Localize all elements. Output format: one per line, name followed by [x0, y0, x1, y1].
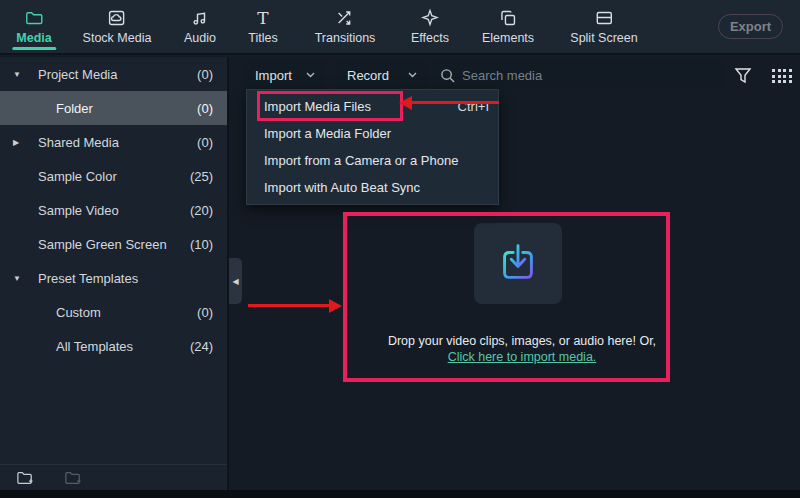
sidebar-collapse-handle[interactable]: ◀ [229, 258, 242, 304]
tab-label: Elements [482, 31, 534, 45]
tab-label: Titles [248, 31, 277, 45]
menu-item-label: Import with Auto Beat Sync [264, 180, 420, 195]
transitions-icon [335, 8, 355, 28]
sidebar-item-label: Project Media [38, 67, 117, 82]
tab-transitions[interactable]: Transitions [315, 0, 376, 55]
magic-star-icon [420, 8, 440, 28]
filmora-window: Media Stock Media Audio T Titles [0, 0, 800, 498]
sidebar-item-all-templates[interactable]: All Templates (24) [0, 329, 227, 363]
stock-media-icon [107, 8, 127, 28]
media-panel: Import Record ◀ Import Media Files [227, 57, 800, 490]
annotation-arrowhead-menu [399, 96, 412, 110]
menu-item-import-media-folder[interactable]: Import a Media Folder [247, 120, 498, 147]
record-dropdown-button[interactable]: Record [337, 61, 427, 89]
menu-item-import-auto-beat-sync[interactable]: Import with Auto Beat Sync [247, 174, 498, 201]
menu-item-label: Import from a Camera or a Phone [264, 153, 458, 168]
chevron-right-icon[interactable]: ▶ [13, 138, 19, 147]
sidebar-item-label: Sample Color [38, 169, 117, 184]
tab-label: Effects [411, 31, 449, 45]
titles-t-icon: T [257, 8, 268, 28]
sidebar-item-label: All Templates [56, 339, 133, 354]
top-navigation: Media Stock Media Audio T Titles [0, 0, 800, 55]
sidebar-item-count: (0) [197, 101, 213, 116]
chevron-down-icon [408, 72, 417, 78]
filter-funnel-icon[interactable] [734, 67, 752, 84]
sidebar-item-folder[interactable]: Folder (0) [0, 91, 227, 125]
sidebar-item-label: Shared Media [38, 135, 119, 150]
annotation-box-dropzone [343, 212, 670, 382]
tab-label: Audio [184, 31, 216, 45]
export-button[interactable]: Export [718, 14, 783, 39]
tab-label: Transitions [315, 31, 376, 45]
annotation-arrow-dropzone [248, 304, 329, 307]
sidebar-item-label: Preset Templates [38, 271, 138, 286]
menu-item-label: Import a Media Folder [264, 126, 391, 141]
record-button-label: Record [347, 68, 389, 83]
collapse-arrow-icon: ◀ [232, 277, 238, 286]
annotation-arrow-menu [412, 101, 499, 104]
tab-split-screen[interactable]: Split Screen [570, 0, 637, 55]
sidebar-item-project-media[interactable]: ▼ Project Media (0) [0, 57, 227, 91]
chevron-down-icon[interactable]: ▼ [13, 70, 21, 79]
grid-view-icon[interactable] [772, 69, 792, 83]
sidebar-item-count: (10) [190, 237, 213, 252]
sidebar-item-count: (0) [197, 305, 213, 320]
tab-titles[interactable]: T Titles [248, 0, 277, 55]
tab-label: Media [16, 31, 51, 45]
sidebar-item-shared-media[interactable]: ▶ Shared Media (0) [0, 125, 227, 159]
sidebar-item-count: (20) [190, 203, 213, 218]
import-dropdown-button[interactable]: Import [245, 61, 325, 89]
sidebar-item-count: (0) [197, 67, 213, 82]
tab-label: Split Screen [570, 31, 637, 45]
annotation-arrowhead-dropzone [329, 299, 342, 313]
search-icon [440, 68, 455, 83]
layers-icon [498, 8, 518, 28]
remove-folder-icon[interactable] [64, 470, 82, 486]
sidebar-item-label: Folder [56, 101, 93, 116]
add-folder-icon[interactable] [16, 470, 34, 486]
chevron-down-icon[interactable]: ▼ [13, 274, 21, 283]
chevron-down-icon [306, 72, 315, 78]
music-note-icon [190, 8, 210, 28]
menu-item-import-camera-phone[interactable]: Import from a Camera or a Phone [247, 147, 498, 174]
sidebar-item-sample-color[interactable]: Sample Color (25) [0, 159, 227, 193]
sidebar-item-count: (24) [190, 339, 213, 354]
sidebar-footer [0, 464, 227, 490]
search-box[interactable] [432, 61, 722, 89]
search-input[interactable] [462, 68, 692, 83]
annotation-box-import-media-files [257, 91, 403, 121]
sidebar-item-sample-video[interactable]: Sample Video (20) [0, 193, 227, 227]
sidebar-item-custom[interactable]: Custom (0) [0, 295, 227, 329]
media-library-sidebar: ▼ Project Media (0) Folder (0) ▶ Shared … [0, 57, 227, 490]
bottom-bar [0, 490, 800, 498]
sidebar-item-label: Sample Green Screen [38, 237, 167, 252]
tab-effects[interactable]: Effects [411, 0, 449, 55]
tab-elements[interactable]: Elements [482, 0, 534, 55]
tab-audio[interactable]: Audio [184, 0, 216, 55]
sidebar-item-sample-green-screen[interactable]: Sample Green Screen (10) [0, 227, 227, 261]
tab-label: Stock Media [83, 31, 152, 45]
folder-icon [24, 8, 44, 28]
sidebar-item-label: Sample Video [38, 203, 119, 218]
split-screen-icon [594, 8, 614, 28]
sidebar-item-count: (0) [197, 135, 213, 150]
active-tab-underline [12, 47, 56, 50]
tab-media[interactable]: Media [16, 0, 51, 55]
sidebar-item-label: Custom [56, 305, 101, 320]
import-button-label: Import [255, 68, 292, 83]
sidebar-item-count: (25) [190, 169, 213, 184]
sidebar-item-preset-templates[interactable]: ▼ Preset Templates [0, 261, 227, 295]
tab-stock-media[interactable]: Stock Media [83, 0, 152, 55]
